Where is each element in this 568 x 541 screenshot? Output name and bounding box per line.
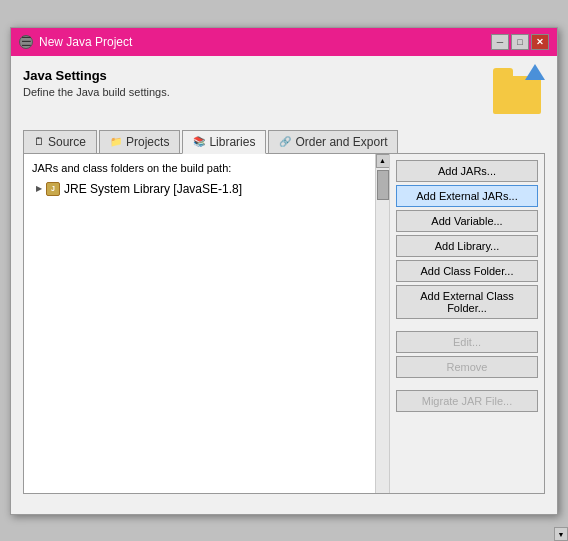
tree-expand-icon[interactable]: ▶ (36, 184, 42, 193)
buttons-panel: Add JARs... Add External JARs... Add Var… (389, 154, 544, 493)
scroll-thumb[interactable] (377, 170, 389, 200)
main-window: ☰ New Java Project ─ □ ✕ Java Settings D… (10, 27, 558, 515)
header-icon (493, 68, 545, 120)
page-subtitle: Define the Java build settings. (23, 86, 170, 98)
tabs-container: 🗒 Source 📁 Projects 📚 Libraries 🔗 Order … (23, 130, 545, 154)
list-label: JARs and class folders on the build path… (32, 162, 367, 174)
tab-order-export[interactable]: 🔗 Order and Export (268, 130, 398, 153)
libraries-tab-icon: 📚 (193, 136, 205, 147)
window-title: New Java Project (39, 35, 132, 49)
tab-source-label: Source (48, 135, 86, 149)
maximize-button[interactable]: □ (511, 34, 529, 50)
window-footer (11, 506, 557, 514)
projects-tab-icon: 📁 (110, 136, 122, 147)
scroll-down-button[interactable]: ▼ (554, 527, 568, 541)
window-body: Java Settings Define the Java build sett… (11, 56, 557, 506)
header-section: Java Settings Define the Java build sett… (23, 68, 545, 120)
folder-icon (493, 76, 541, 114)
add-class-folder-button[interactable]: Add Class Folder... (396, 260, 538, 282)
title-bar: ☰ New Java Project ─ □ ✕ (11, 28, 557, 56)
title-bar-buttons: ─ □ ✕ (491, 34, 549, 50)
scrollbar: ▲ ▼ (375, 154, 389, 493)
list-item: ▶ J JRE System Library [JavaSE-1.8] (32, 180, 367, 198)
tree-item-label: JRE System Library [JavaSE-1.8] (64, 182, 242, 196)
migrate-jar-button[interactable]: Migrate JAR File... (396, 390, 538, 412)
add-external-class-folder-button[interactable]: Add External Class Folder... (396, 285, 538, 319)
add-variable-button[interactable]: Add Variable... (396, 210, 538, 232)
button-spacer (396, 322, 538, 328)
remove-button[interactable]: Remove (396, 356, 538, 378)
add-external-jars-button[interactable]: Add External JARs... (396, 185, 538, 207)
window-icon: ☰ (19, 35, 33, 49)
button-spacer-2 (396, 381, 538, 387)
content-area: JARs and class folders on the build path… (23, 154, 545, 494)
jar-icon: J (46, 182, 60, 196)
list-panel: JARs and class folders on the build path… (24, 154, 375, 493)
tab-source[interactable]: 🗒 Source (23, 130, 97, 153)
tab-projects-label: Projects (126, 135, 169, 149)
add-library-button[interactable]: Add Library... (396, 235, 538, 257)
minimize-button[interactable]: ─ (491, 34, 509, 50)
tab-projects[interactable]: 📁 Projects (99, 130, 180, 153)
folder-arrow-icon (525, 64, 545, 80)
tab-libraries-label: Libraries (209, 135, 255, 149)
close-button[interactable]: ✕ (531, 34, 549, 50)
tab-libraries[interactable]: 📚 Libraries (182, 130, 266, 154)
add-jars-button[interactable]: Add JARs... (396, 160, 538, 182)
page-title: Java Settings (23, 68, 170, 83)
scroll-up-button[interactable]: ▲ (376, 154, 390, 168)
edit-button[interactable]: Edit... (396, 331, 538, 353)
order-export-tab-icon: 🔗 (279, 136, 291, 147)
tab-order-export-label: Order and Export (295, 135, 387, 149)
source-tab-icon: 🗒 (34, 136, 44, 147)
